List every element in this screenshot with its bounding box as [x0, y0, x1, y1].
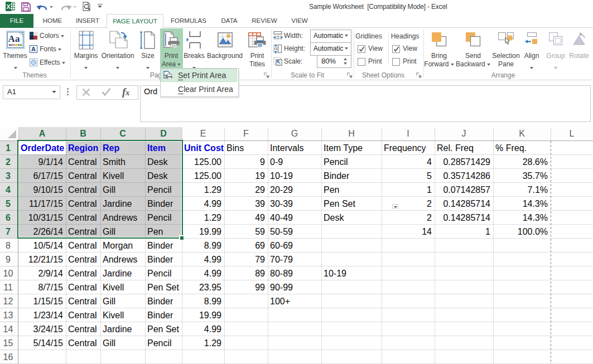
svg-text:X: X: [6, 3, 10, 10]
svg-text:Aa: Aa: [8, 33, 20, 44]
svg-text:A: A: [31, 46, 36, 52]
